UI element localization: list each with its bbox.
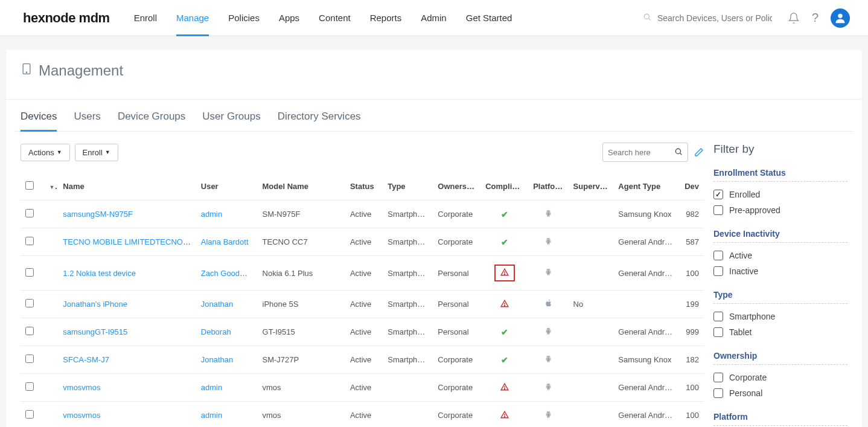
col-model[interactable]: Model Name [258,173,345,201]
col-device[interactable]: Dev [678,173,704,201]
filter-section-platform: Platform [713,412,847,426]
select-all-checkbox[interactable] [25,181,34,190]
cell-status: Active [345,318,383,346]
subtab-directory-services[interactable]: Directory Services [278,111,361,131]
topnav-manage[interactable]: Manage [176,0,209,36]
android-icon [544,210,552,219]
filter-option-enrolled[interactable]: Enrolled [713,187,847,202]
col-status[interactable]: Status [345,173,383,201]
sort-caret-icon[interactable]: ▼ [49,182,58,191]
row-checkbox[interactable] [25,382,34,391]
cell-supervised [569,402,614,428]
global-search[interactable] [643,10,776,27]
topnav-admin[interactable]: Admin [421,0,447,36]
filter-option-smartphone[interactable]: Smartphone [713,309,847,324]
row-checkbox[interactable] [25,355,34,363]
row-checkbox[interactable] [25,327,34,335]
topnav-reports[interactable]: Reports [370,0,402,36]
row-checkbox[interactable] [25,237,34,245]
cell-agent: General Android [613,374,678,402]
cell-status: Active [345,291,383,318]
notifications-icon[interactable] [788,12,800,24]
device-name-link[interactable]: vmosvmos [63,383,100,392]
device-name-link[interactable]: samsungSM-N975F [63,210,133,219]
cell-agent: Samsung Knox [613,201,678,228]
edit-columns-icon[interactable] [694,147,704,157]
cell-model: SM-J727P [258,346,345,374]
cell-supervised [569,201,614,228]
device-name-link[interactable]: samsungGT-I9515 [63,327,127,336]
subtab-device-groups[interactable]: Device Groups [118,111,185,131]
filter-option-label: Corporate [729,373,767,382]
col-name[interactable]: Name [58,173,196,201]
compliance-warning-icon [500,268,509,277]
cell-type: Smartphone [383,291,433,318]
search-icon[interactable] [674,147,683,158]
cell-supervised [569,346,614,374]
filter-option-corporate[interactable]: Corporate [713,370,847,385]
cell-type: Smartphone [383,201,433,228]
avatar[interactable] [831,8,850,28]
user-link[interactable]: Alana Bardott [201,237,249,246]
user-link[interactable]: admin [201,210,222,219]
filter-heading: Ownership [713,351,847,365]
table-search[interactable] [602,143,688,162]
user-link[interactable]: admin [201,411,222,420]
user-link[interactable]: admin [201,383,222,392]
filter-option-personal[interactable]: Personal [713,385,847,401]
checkbox-icon [713,327,723,337]
help-icon[interactable]: ? [812,11,819,25]
device-name-link[interactable]: vmosvmos [63,411,100,420]
caret-down-icon: ▼ [57,149,62,155]
topnav-get-started[interactable]: Get Started [466,0,512,36]
subtab-users[interactable]: Users [74,111,100,131]
col-supervised[interactable]: Supervised [569,173,614,201]
device-name-link[interactable]: 1.2 Nokia test device [63,269,136,278]
device-name-link[interactable]: Jonathan's iPhone [63,300,127,309]
topnav-enroll[interactable]: Enroll [134,0,157,36]
filter-section-enrollment: Enrollment StatusEnrolledPre-approved [713,168,847,218]
subtab-user-groups[interactable]: User Groups [202,111,260,131]
col-agent[interactable]: Agent Type [613,173,678,201]
global-search-input[interactable] [643,10,776,27]
enroll-dropdown[interactable]: Enroll▼ [75,144,118,161]
col-platform[interactable]: Platform [528,173,568,201]
topbar-right: ? [643,8,850,28]
cell-model: vmos [258,374,345,402]
filter-option-pre-approved[interactable]: Pre-approved [713,202,847,218]
user-link[interactable]: Jonathan [201,300,234,309]
user-link[interactable]: Jonathan [201,355,234,364]
table-row: SFCA-SM-J7JonathanSM-J727PActiveSmartpho… [21,346,704,374]
filter-option-inactive[interactable]: Inactive [713,263,847,279]
apple-icon [544,300,552,309]
table-search-input[interactable] [608,148,674,157]
col-user[interactable]: User [196,173,258,201]
cell-supervised [569,256,614,291]
col-compliance[interactable]: Compliance [480,173,528,201]
tablet-icon [21,62,33,80]
col-ownership[interactable]: Ownership [433,173,480,201]
row-checkbox[interactable] [25,410,34,419]
filter-option-label: Tablet [729,327,752,337]
actions-dropdown[interactable]: Actions▼ [21,144,70,161]
main-panel: Management DevicesUsersDevice GroupsUser… [6,50,862,427]
subtab-devices[interactable]: Devices [21,111,57,131]
row-checkbox[interactable] [25,299,34,307]
row-checkbox[interactable] [25,209,34,217]
filter-option-active[interactable]: Active [713,248,847,263]
col-type[interactable]: Type [383,173,433,201]
row-checkbox[interactable] [25,268,34,277]
compliance-warning-icon [500,411,509,420]
user-link[interactable]: Deborah [201,327,231,336]
topnav-apps[interactable]: Apps [279,0,299,36]
device-name-link[interactable]: TECNO MOBILE LIMITEDTECNO CC7 [63,237,196,246]
topnav-content[interactable]: Content [319,0,351,36]
user-link[interactable]: Zach Goodman [201,269,255,278]
filter-option-tablet[interactable]: Tablet [713,324,847,340]
android-icon [544,328,552,337]
topnav-policies[interactable]: Policies [228,0,260,36]
cell-device: 100 [678,402,704,428]
logo: hexnode mdm [23,10,110,26]
cell-type: Smartphone [383,256,433,291]
device-name-link[interactable]: SFCA-SM-J7 [63,355,109,364]
